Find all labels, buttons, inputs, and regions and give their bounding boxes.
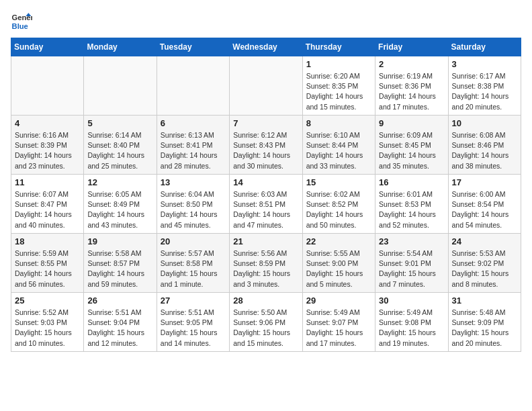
day-info: Sunrise: 6:02 AM Sunset: 8:52 PM Dayligh… — [306, 189, 371, 230]
day-number: 22 — [306, 236, 371, 246]
day-cell-28: 28Sunrise: 5:50 AM Sunset: 9:06 PM Dayli… — [230, 293, 302, 352]
day-header-friday: Friday — [375, 38, 448, 56]
day-info: Sunrise: 5:57 AM Sunset: 8:58 PM Dayligh… — [161, 248, 226, 289]
day-number: 4 — [15, 118, 80, 128]
svg-text:Blue: Blue — [12, 22, 28, 30]
day-number: 26 — [87, 295, 152, 306]
day-number: 27 — [161, 295, 226, 306]
day-info: Sunrise: 6:01 AM Sunset: 8:53 PM Dayligh… — [379, 189, 444, 230]
day-cell-30: 30Sunrise: 5:49 AM Sunset: 9:08 PM Dayli… — [375, 293, 448, 352]
day-cell-5: 5Sunrise: 6:14 AM Sunset: 8:40 PM Daylig… — [84, 116, 157, 175]
day-number: 10 — [452, 118, 517, 128]
day-info: Sunrise: 6:07 AM Sunset: 8:47 PM Dayligh… — [15, 189, 80, 230]
day-info: Sunrise: 6:14 AM Sunset: 8:40 PM Dayligh… — [87, 130, 152, 171]
day-cell-25: 25Sunrise: 5:52 AM Sunset: 9:03 PM Dayli… — [11, 293, 84, 352]
empty-cell — [84, 56, 157, 116]
day-info: Sunrise: 5:53 AM Sunset: 9:02 PM Dayligh… — [452, 248, 517, 289]
empty-cell — [157, 56, 229, 116]
day-number: 20 — [161, 236, 226, 246]
day-cell-21: 21Sunrise: 5:56 AM Sunset: 8:59 PM Dayli… — [230, 234, 302, 293]
day-info: Sunrise: 6:13 AM Sunset: 8:41 PM Dayligh… — [161, 130, 226, 171]
day-info: Sunrise: 5:55 AM Sunset: 9:00 PM Dayligh… — [306, 248, 371, 289]
day-number: 25 — [15, 295, 80, 306]
day-info: Sunrise: 5:48 AM Sunset: 9:09 PM Dayligh… — [452, 308, 517, 349]
day-info: Sunrise: 6:17 AM Sunset: 8:38 PM Dayligh… — [452, 71, 517, 112]
day-info: Sunrise: 5:54 AM Sunset: 9:01 PM Dayligh… — [379, 248, 444, 289]
day-cell-24: 24Sunrise: 5:53 AM Sunset: 9:02 PM Dayli… — [448, 234, 521, 293]
empty-cell — [11, 56, 84, 116]
day-info: Sunrise: 6:10 AM Sunset: 8:44 PM Dayligh… — [306, 130, 371, 171]
day-number: 11 — [15, 177, 80, 187]
day-number: 12 — [87, 177, 152, 187]
day-cell-10: 10Sunrise: 6:08 AM Sunset: 8:46 PM Dayli… — [448, 116, 521, 175]
day-info: Sunrise: 6:20 AM Sunset: 8:35 PM Dayligh… — [306, 71, 371, 112]
day-info: Sunrise: 5:58 AM Sunset: 8:57 PM Dayligh… — [87, 248, 152, 289]
day-info: Sunrise: 6:12 AM Sunset: 8:43 PM Dayligh… — [233, 130, 298, 171]
day-cell-14: 14Sunrise: 6:03 AM Sunset: 8:51 PM Dayli… — [230, 175, 302, 234]
day-info: Sunrise: 6:05 AM Sunset: 8:49 PM Dayligh… — [87, 189, 152, 230]
day-cell-22: 22Sunrise: 5:55 AM Sunset: 9:00 PM Dayli… — [302, 234, 375, 293]
day-cell-19: 19Sunrise: 5:58 AM Sunset: 8:57 PM Dayli… — [84, 234, 157, 293]
day-number: 29 — [306, 295, 371, 306]
day-number: 8 — [306, 118, 371, 128]
week-row-3: 11Sunrise: 6:07 AM Sunset: 8:47 PM Dayli… — [11, 175, 521, 234]
day-number: 2 — [379, 59, 444, 69]
day-info: Sunrise: 6:08 AM Sunset: 8:46 PM Dayligh… — [452, 130, 517, 171]
day-cell-13: 13Sunrise: 6:04 AM Sunset: 8:50 PM Dayli… — [157, 175, 229, 234]
calendar-table: SundayMondayTuesdayWednesdayThursdayFrid… — [11, 38, 521, 352]
day-cell-8: 8Sunrise: 6:10 AM Sunset: 8:44 PM Daylig… — [302, 116, 375, 175]
day-number: 30 — [379, 295, 444, 306]
day-header-row: SundayMondayTuesdayWednesdayThursdayFrid… — [11, 38, 521, 56]
week-row-5: 25Sunrise: 5:52 AM Sunset: 9:03 PM Dayli… — [11, 293, 521, 352]
day-cell-16: 16Sunrise: 6:01 AM Sunset: 8:53 PM Dayli… — [375, 175, 448, 234]
day-info: Sunrise: 6:16 AM Sunset: 8:39 PM Dayligh… — [15, 130, 80, 171]
day-number: 18 — [15, 236, 80, 246]
day-cell-4: 4Sunrise: 6:16 AM Sunset: 8:39 PM Daylig… — [11, 116, 84, 175]
day-number: 6 — [161, 118, 226, 128]
day-header-monday: Monday — [84, 38, 157, 56]
day-info: Sunrise: 5:49 AM Sunset: 9:07 PM Dayligh… — [306, 308, 371, 349]
day-cell-31: 31Sunrise: 5:48 AM Sunset: 9:09 PM Dayli… — [448, 293, 521, 352]
day-cell-11: 11Sunrise: 6:07 AM Sunset: 8:47 PM Dayli… — [11, 175, 84, 234]
day-cell-6: 6Sunrise: 6:13 AM Sunset: 8:41 PM Daylig… — [157, 116, 229, 175]
day-number: 23 — [379, 236, 444, 246]
day-cell-18: 18Sunrise: 5:59 AM Sunset: 8:55 PM Dayli… — [11, 234, 84, 293]
day-number: 19 — [87, 236, 152, 246]
day-cell-1: 1Sunrise: 6:20 AM Sunset: 8:35 PM Daylig… — [302, 56, 375, 116]
day-number: 31 — [452, 295, 517, 306]
day-number: 17 — [452, 177, 517, 187]
day-info: Sunrise: 5:52 AM Sunset: 9:03 PM Dayligh… — [15, 308, 80, 349]
day-cell-7: 7Sunrise: 6:12 AM Sunset: 8:43 PM Daylig… — [230, 116, 302, 175]
day-info: Sunrise: 6:04 AM Sunset: 8:50 PM Dayligh… — [161, 189, 226, 230]
week-row-1: 1Sunrise: 6:20 AM Sunset: 8:35 PM Daylig… — [11, 56, 521, 116]
week-row-2: 4Sunrise: 6:16 AM Sunset: 8:39 PM Daylig… — [11, 116, 521, 175]
day-info: Sunrise: 5:56 AM Sunset: 8:59 PM Dayligh… — [233, 248, 298, 289]
day-number: 21 — [233, 236, 298, 246]
day-number: 24 — [452, 236, 517, 246]
day-cell-3: 3Sunrise: 6:17 AM Sunset: 8:38 PM Daylig… — [448, 56, 521, 116]
day-info: Sunrise: 5:51 AM Sunset: 9:04 PM Dayligh… — [87, 308, 152, 349]
day-info: Sunrise: 6:03 AM Sunset: 8:51 PM Dayligh… — [233, 189, 298, 230]
logo: General Blue — [11, 11, 32, 32]
day-number: 5 — [87, 118, 152, 128]
day-cell-9: 9Sunrise: 6:09 AM Sunset: 8:45 PM Daylig… — [375, 116, 448, 175]
day-number: 3 — [452, 59, 517, 69]
day-header-saturday: Saturday — [448, 38, 521, 56]
day-header-sunday: Sunday — [11, 38, 84, 56]
day-info: Sunrise: 5:59 AM Sunset: 8:55 PM Dayligh… — [15, 248, 80, 289]
day-cell-2: 2Sunrise: 6:19 AM Sunset: 8:36 PM Daylig… — [375, 56, 448, 116]
day-number: 14 — [233, 177, 298, 187]
day-number: 7 — [233, 118, 298, 128]
day-info: Sunrise: 5:51 AM Sunset: 9:05 PM Dayligh… — [161, 308, 226, 349]
day-header-tuesday: Tuesday — [157, 38, 229, 56]
day-number: 13 — [161, 177, 226, 187]
day-info: Sunrise: 6:00 AM Sunset: 8:54 PM Dayligh… — [452, 189, 517, 230]
day-cell-26: 26Sunrise: 5:51 AM Sunset: 9:04 PM Dayli… — [84, 293, 157, 352]
day-number: 1 — [306, 59, 371, 69]
logo-icon: General Blue — [11, 11, 32, 32]
day-number: 15 — [306, 177, 371, 187]
day-cell-23: 23Sunrise: 5:54 AM Sunset: 9:01 PM Dayli… — [375, 234, 448, 293]
day-info: Sunrise: 6:09 AM Sunset: 8:45 PM Dayligh… — [379, 130, 444, 171]
day-header-thursday: Thursday — [302, 38, 375, 56]
day-cell-27: 27Sunrise: 5:51 AM Sunset: 9:05 PM Dayli… — [157, 293, 229, 352]
